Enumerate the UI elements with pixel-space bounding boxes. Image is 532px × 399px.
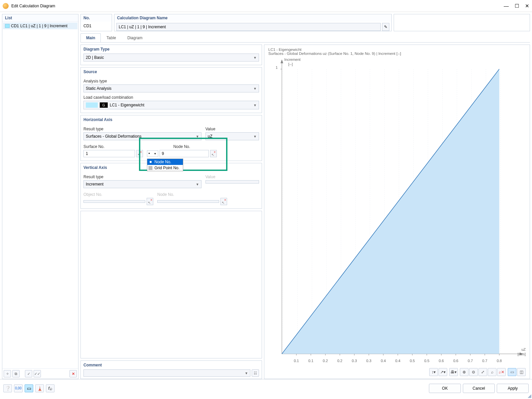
v-node-no-input (157, 200, 219, 203)
load-case-label: Load case/load combination (83, 95, 259, 100)
comment-title: Comment (83, 363, 259, 369)
node-no-pick-button[interactable] (210, 150, 217, 157)
node-no-input[interactable]: 9 (160, 150, 209, 157)
help-button[interactable]: ❔ (3, 384, 12, 392)
apply-button[interactable]: Apply (497, 384, 529, 393)
h-value-select[interactable]: uZ ▼ (205, 132, 259, 140)
name-box: Calculation Diagram Name LC1 | uZ | 1 | … (114, 14, 392, 31)
chart-header-1: LC1 - Eigengewicht (268, 48, 526, 52)
v-node-no-label: Node No. (157, 192, 227, 197)
comment-edit-button[interactable]: ☷ (252, 369, 259, 377)
view-mode-1[interactable]: ▭ (508, 368, 516, 376)
x-tick-row: 0.10.10.20.20.30.30.40.40.50.50.60.60.70… (268, 359, 526, 363)
list-check-button[interactable]: ✓ (25, 370, 32, 377)
v-result-type-value: Increment (86, 182, 103, 187)
x-tick-label: 0.7 (482, 359, 487, 363)
comment-select[interactable]: ▼ (83, 369, 250, 377)
load-case-swatch (86, 102, 98, 108)
tab-main[interactable]: Main (80, 33, 101, 42)
cancel-button[interactable]: Cancel (463, 384, 495, 393)
view-mode-2[interactable]: ◫ (517, 368, 526, 376)
zoom-fit-button[interactable]: ⤢ (478, 368, 487, 376)
v-value-select (205, 180, 259, 184)
minimize-button[interactable]: — (504, 3, 509, 8)
ok-button[interactable]: OK (429, 384, 461, 393)
model-button[interactable]: 🗼 (35, 384, 44, 392)
dropdown-option-node-no[interactable]: Node No. (147, 159, 183, 165)
app-icon (3, 3, 9, 9)
chevron-down-icon: ▼ (253, 135, 257, 138)
v-node-no-pick-button (220, 198, 227, 205)
v-result-type-select[interactable]: Increment ▼ (83, 180, 201, 188)
print-button[interactable]: 🖶▾ (449, 368, 458, 376)
content-area: List CD1 LC1 | uZ | 1 | 9 | Increment ✧ … (0, 12, 532, 379)
chevron-down-icon: ▼ (196, 135, 199, 138)
list-header: List (2, 14, 78, 22)
x-tick-label: 0.8 (497, 359, 502, 363)
form-column: Diagram Type 2D | Basic ▼ Source Analysi… (80, 45, 262, 379)
no-value: CD1 (81, 22, 112, 30)
x-axis-unit: [mm] (518, 352, 526, 356)
section-horizontal-axis: Horizontal Axis Result type Surfaces - G… (80, 115, 262, 161)
section-comment: Comment ▼ ☷ (80, 360, 262, 379)
no-box: No. CD1 (80, 14, 112, 31)
diagram-type-select[interactable]: 2D | Basic ▼ (83, 54, 259, 62)
surface-no-input[interactable]: 1 (83, 150, 135, 157)
analysis-type-select[interactable]: Static Analysis ▼ (83, 84, 259, 92)
tabbar: Main Table Diagram (80, 33, 530, 43)
chevron-down-icon: ▼ (245, 371, 248, 375)
name-header: Calculation Diagram Name (114, 14, 391, 22)
tab-diagram[interactable]: Diagram (122, 33, 148, 42)
resize-grip[interactable]: ◢ (528, 393, 531, 398)
name-input[interactable]: LC1 | uZ | 1 | 9 | Increment (116, 23, 381, 31)
h-result-type-value: Surfaces - Global Deformations (86, 134, 141, 139)
list-item-label: LC1 | uZ | 1 | 9 | Increment (20, 24, 67, 28)
units-button[interactable]: 0,00 (14, 384, 23, 392)
list-checkall-button[interactable]: ✓✓ (34, 370, 41, 377)
h-value-label: Value (205, 127, 259, 131)
close-button[interactable]: ✕ (525, 3, 529, 8)
list-item[interactable]: CD1 LC1 | uZ | 1 | 9 | Increment (3, 23, 77, 29)
x-tick-label: 0.1 (294, 359, 299, 363)
zoom-in-button[interactable]: ⊕ (460, 368, 468, 376)
view-toggle-button[interactable]: ▭ (25, 384, 33, 392)
diagram-type-title: Diagram Type (83, 47, 259, 54)
no-header: No. (81, 14, 112, 22)
zoom-reset-button[interactable]: ⌕✕ (497, 368, 506, 376)
x-tick-label: 0.3 (366, 359, 371, 363)
v-value-label: Value (205, 175, 259, 179)
main-split: Diagram Type 2D | Basic ▼ Source Analysi… (80, 45, 530, 379)
edit-name-button[interactable]: ✎ (382, 23, 389, 31)
h-result-type-label: Result type (83, 127, 201, 131)
node-kind-select[interactable]: • ▼ (147, 150, 158, 157)
script-button[interactable]: f⌕ (46, 384, 55, 392)
load-case-content: G LC1 - Eigengewicht (86, 102, 144, 108)
list-new-button[interactable]: ✧ (4, 370, 11, 377)
list-delete-button[interactable]: ✕ (69, 370, 77, 377)
surface-no-pick-button[interactable] (136, 150, 143, 157)
list-item-swatch (5, 24, 10, 28)
h-result-type-select[interactable]: Surfaces - Global Deformations ▼ (83, 132, 201, 140)
object-no-input (83, 200, 145, 203)
chart-toolbar: ↕▾ ↗▾ 🖶▾ ⊕ ⊖ ⤢ ⌕ ⌕✕ ▭ ◫ (268, 365, 526, 377)
section-empty (80, 211, 262, 358)
x-tick-label: 0.6 (453, 359, 458, 363)
grid-point-icon (149, 166, 153, 170)
dropdown-option-grid-point[interactable]: Grid Point No. (147, 165, 183, 171)
zoom-region-button[interactable]: ⌕ (488, 368, 496, 376)
load-case-badge: G (100, 102, 108, 108)
axis-tool-1[interactable]: ↕▾ (429, 368, 438, 376)
load-case-select[interactable]: G LC1 - Eigengewicht ▼ (83, 101, 259, 109)
y-tick-1: 1 (276, 66, 278, 69)
list-copy-button[interactable]: ⧉ (12, 370, 20, 377)
horizontal-axis-title: Horizontal Axis (83, 117, 259, 124)
zoom-out-button[interactable]: ⊖ (469, 368, 478, 376)
top-row: No. CD1 Calculation Diagram Name LC1 | u… (80, 14, 530, 31)
titlebar: Edit Calculation Diagram — ☐ ✕ (0, 0, 532, 12)
diagram-type-value: 2D | Basic (86, 55, 104, 60)
dropdown-option-label: Node No. (155, 160, 172, 164)
chevron-down-icon: ▼ (253, 87, 257, 90)
axis-tool-2[interactable]: ↗▾ (439, 368, 447, 376)
tab-table[interactable]: Table (101, 33, 122, 42)
maximize-button[interactable]: ☐ (515, 3, 519, 8)
